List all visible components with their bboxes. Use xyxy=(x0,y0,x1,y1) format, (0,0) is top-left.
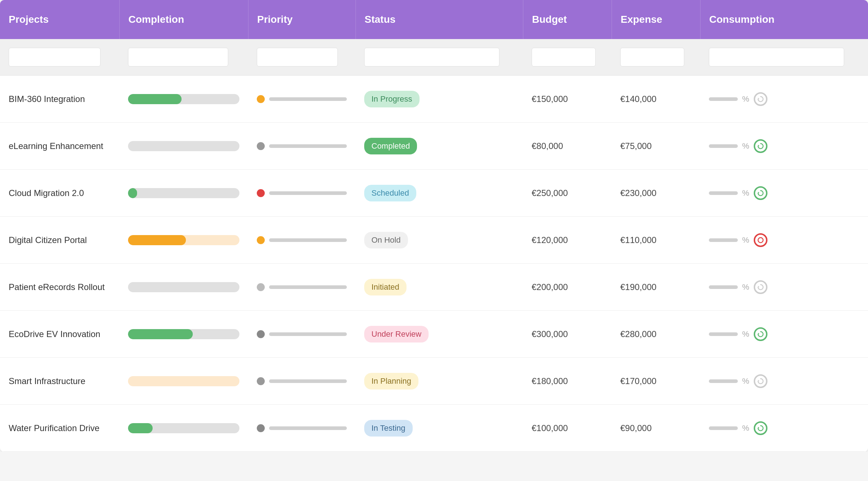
consumption-percent: % xyxy=(742,188,749,198)
expense-cell: €90,000 xyxy=(612,416,700,440)
expense-value: €230,000 xyxy=(620,188,656,198)
table-row: Patient eRecords RolloutInitiated€200,00… xyxy=(0,264,868,311)
consumption-cell: % xyxy=(700,85,868,113)
budget-cell: €120,000 xyxy=(523,228,612,252)
priority-container xyxy=(257,283,347,291)
svg-marker-1 xyxy=(758,145,760,146)
expense-value: €75,000 xyxy=(620,141,652,151)
consumption-cell: % xyxy=(700,179,868,207)
expense-value: €90,000 xyxy=(620,423,652,433)
priority-dot-icon xyxy=(257,142,265,150)
expense-cell: €190,000 xyxy=(612,275,700,299)
priority-cell xyxy=(248,182,356,204)
completion-cell xyxy=(119,322,248,346)
consumption-bar xyxy=(709,332,738,336)
consumption-percent: % xyxy=(742,94,749,104)
status-cell: Initiated xyxy=(356,272,523,303)
completion-bar-container xyxy=(128,329,239,339)
budget-cell: €180,000 xyxy=(523,369,612,393)
project-name-cell: eLearning Enhancement xyxy=(0,134,119,158)
project-name: EcoDrive EV Innovation xyxy=(9,329,100,339)
completion-bar-container xyxy=(128,282,239,292)
consumption-cell: % xyxy=(700,132,868,160)
budget-value: €100,000 xyxy=(532,423,568,433)
svg-marker-5 xyxy=(758,333,760,334)
consumption-circle-icon xyxy=(754,421,767,435)
consumption-bar xyxy=(709,97,738,101)
consumption-percent: % xyxy=(742,235,749,245)
project-name: Water Purification Drive xyxy=(9,423,99,433)
consumption-cell: % xyxy=(700,226,868,254)
budget-cell: €200,000 xyxy=(523,275,612,299)
col-header-completion: Completion xyxy=(119,0,248,39)
svg-marker-4 xyxy=(758,286,760,287)
completion-bar-container xyxy=(128,188,239,198)
priority-filter-input[interactable] xyxy=(257,48,338,67)
consumption-percent: % xyxy=(742,423,749,433)
project-name: eLearning Enhancement xyxy=(9,141,103,151)
project-name: Digital Citizen Portal xyxy=(9,235,87,245)
project-name: Patient eRecords Rollout xyxy=(9,282,105,292)
status-filter-input[interactable] xyxy=(364,48,499,67)
priority-cell xyxy=(248,323,356,345)
expense-filter-input[interactable] xyxy=(620,48,684,67)
consumption-container: % xyxy=(709,421,859,435)
table-row: Water Purification DriveIn Testing€100,0… xyxy=(0,405,868,452)
consumption-cell: % xyxy=(700,320,868,348)
priority-container xyxy=(257,377,347,385)
table-row: Smart InfrastructureIn Planning€180,000€… xyxy=(0,358,868,405)
completion-bar-container xyxy=(128,235,239,245)
expense-cell: €75,000 xyxy=(612,134,700,158)
consumption-container: % xyxy=(709,233,859,247)
budget-filter-input[interactable] xyxy=(532,48,596,67)
status-cell: In Planning xyxy=(356,366,523,397)
priority-container xyxy=(257,189,347,197)
consumption-cell: % xyxy=(700,273,868,301)
completion-cell xyxy=(119,228,248,252)
svg-point-3 xyxy=(758,238,763,243)
status-badge: Under Review xyxy=(364,326,429,342)
completion-bar-container xyxy=(128,376,239,386)
consumption-percent: % xyxy=(742,329,749,339)
completion-cell xyxy=(119,134,248,158)
consumption-percent: % xyxy=(742,141,749,151)
completion-bar-fill xyxy=(128,329,193,339)
filter-status xyxy=(356,45,523,69)
priority-dot-icon xyxy=(257,330,265,338)
budget-value: €80,000 xyxy=(532,141,563,151)
status-badge: In Planning xyxy=(364,373,418,390)
project-name: Smart Infrastructure xyxy=(9,376,85,386)
completion-cell xyxy=(119,369,248,393)
priority-cell xyxy=(248,276,356,298)
expense-cell: €170,000 xyxy=(612,369,700,393)
status-cell: On Hold xyxy=(356,225,523,256)
budget-cell: €250,000 xyxy=(523,181,612,205)
consumption-container: % xyxy=(709,139,859,153)
completion-filter-input[interactable] xyxy=(128,48,228,67)
budget-cell: €300,000 xyxy=(523,322,612,346)
filter-priority xyxy=(248,45,356,69)
status-cell: Under Review xyxy=(356,319,523,350)
consumption-circle-icon xyxy=(754,139,767,153)
consumption-percent: % xyxy=(742,376,749,386)
status-badge: Scheduled xyxy=(364,185,416,201)
status-badge: In Progress xyxy=(364,91,420,107)
filter-projects xyxy=(0,45,119,69)
budget-cell: €150,000 xyxy=(523,87,612,111)
budget-value: €250,000 xyxy=(532,188,568,198)
projects-filter-input[interactable] xyxy=(9,48,101,67)
budget-cell: €80,000 xyxy=(523,134,612,158)
filter-row xyxy=(0,39,868,76)
consumption-circle-icon xyxy=(754,92,767,106)
filter-budget xyxy=(523,45,612,69)
priority-dot-icon xyxy=(257,95,265,103)
project-name-cell: Patient eRecords Rollout xyxy=(0,275,119,299)
budget-cell: €100,000 xyxy=(523,416,612,440)
project-name-cell: Digital Citizen Portal xyxy=(0,228,119,252)
budget-value: €120,000 xyxy=(532,235,568,245)
expense-value: €170,000 xyxy=(620,376,656,386)
priority-container xyxy=(257,236,347,244)
consumption-filter-input[interactable] xyxy=(709,48,844,67)
consumption-circle-icon xyxy=(754,233,767,247)
priority-bar xyxy=(269,191,347,195)
